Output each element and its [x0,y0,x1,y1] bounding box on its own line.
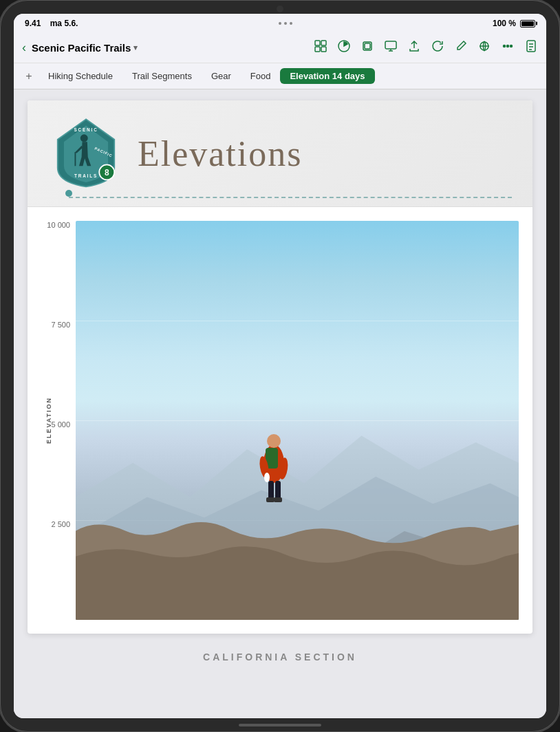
time-display: 9.41 [25,19,41,28]
refresh-icon[interactable] [431,39,444,56]
svg-rect-7 [385,41,396,49]
status-center-dots [279,22,292,25]
svg-rect-0 [315,41,320,45]
tab-gear[interactable]: Gear [202,68,241,84]
tab-food[interactable]: Food [241,68,281,84]
y-tick-7500: 7 500 [34,321,70,329]
svg-text:SCENIC: SCENIC [74,127,98,132]
pen-icon[interactable] [454,39,468,56]
ipad-frame: 9.41 ma 5.6. 100 % ‹ Scenic P [0,0,560,732]
layers-icon[interactable] [360,39,374,56]
grid-icon[interactable] [314,39,327,56]
ipad-screen: 9.41 ma 5.6. 100 % ‹ Scenic P [14,14,546,718]
status-right: 100 % [493,19,535,28]
y-axis-label-container: ELEVATION [41,397,54,444]
connector-dot [65,190,72,197]
nav-title-text: Scenic Pacific Trails [32,42,131,54]
dot-1 [279,22,281,25]
dot-2 [284,22,287,25]
chart-area [76,221,519,620]
scenic-trails-logo: SCENIC PACIFIC TRAILS 8 [48,114,124,190]
svg-point-9 [504,45,506,47]
carrier-display: ma 5.6. [50,19,78,28]
add-tab-button[interactable]: + [19,67,39,86]
svg-rect-1 [321,41,326,45]
svg-rect-6 [365,43,370,49]
status-bar: 9.41 ma 5.6. 100 % [14,14,546,33]
tab-trail-segments[interactable]: Trail Segments [122,68,202,84]
doc-header: SCENIC PACIFIC TRAILS 8 Elevations [28,100,532,207]
status-time-carrier: 9.41 ma 5.6. [25,19,78,28]
share-icon[interactable] [407,39,421,56]
document-title-nav: Scenic Pacific Trails ▾ [32,42,138,54]
svg-point-13 [80,134,88,142]
title-chevron-icon: ▾ [133,43,138,52]
chart-icon[interactable] [337,39,351,56]
y-tick-10000: 10 000 [34,221,70,229]
y-axis-label: ELEVATION [45,397,52,444]
y-tick-2500: 2 500 [34,520,70,528]
tab-hiking-schedule[interactable]: Hiking Schedule [39,68,122,84]
battery-icon [520,20,535,28]
elevation-image [76,221,519,620]
svg-text:TRAILS: TRAILS [74,173,98,178]
document-page: SCENIC PACIFIC TRAILS 8 Elevations [28,100,532,634]
svg-point-10 [507,45,509,47]
svg-rect-2 [315,47,320,52]
toolbar-icons [314,39,538,56]
svg-point-21 [267,434,281,448]
nav-bar: ‹ Scenic Pacific Trails ▾ [14,33,546,63]
svg-text:8: 8 [105,168,109,177]
main-content: SCENIC PACIFIC TRAILS 8 Elevations [14,89,546,718]
home-indicator[interactable] [239,724,321,726]
chart-section: ELEVATION 10 000 7 500 5 000 2 500 [28,207,532,634]
back-chevron-icon: ‹ [22,41,26,55]
bottom-section: CALIFORNIA SECTION [14,645,546,669]
battery-percent: 100 % [493,19,516,28]
battery-fill [521,21,534,26]
svg-rect-3 [321,47,326,52]
california-section-title: CALIFORNIA SECTION [28,652,532,663]
align-icon[interactable] [477,39,491,56]
tab-elevation[interactable]: Elevation 14 days [280,68,374,84]
back-button[interactable]: ‹ [22,41,26,55]
document-icon[interactable] [524,39,538,56]
camera [277,6,283,12]
tab-bar: + Hiking Schedule Trail Segments Gear Fo… [14,63,546,89]
svg-point-11 [510,45,513,47]
more-icon[interactable] [501,39,515,56]
chart-line-7500 [76,321,519,321]
logo-container: SCENIC PACIFIC TRAILS 8 [48,114,124,193]
y-axis: ELEVATION 10 000 7 500 5 000 2 500 [34,221,76,620]
document-main-title: Elevations [138,133,303,174]
monitor-icon[interactable] [384,39,398,56]
dot-3 [290,22,292,25]
foreground-rocks-svg [76,480,519,620]
